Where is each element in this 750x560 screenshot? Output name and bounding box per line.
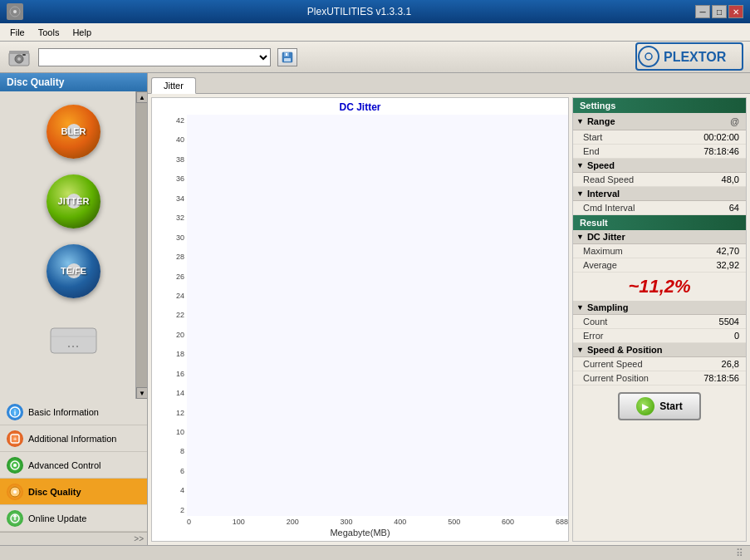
title-bar-title: PlexUTILITIES v1.3.3.1 bbox=[23, 6, 695, 17]
app-icon bbox=[7, 3, 23, 20]
range-arrow: ▼ bbox=[576, 117, 584, 125]
svg-rect-3 bbox=[9, 51, 29, 54]
interval-label: Interval bbox=[587, 189, 620, 199]
range-section[interactable]: ▼ Range @ bbox=[573, 113, 746, 130]
title-bar: PlexUTILITIES v1.3.3.1 ─ □ ✕ bbox=[0, 0, 750, 23]
maximum-row: Maximum 42,70 bbox=[573, 244, 746, 258]
maximum-value: 42,70 bbox=[684, 246, 743, 256]
interval-section[interactable]: ▼ Interval bbox=[573, 187, 746, 201]
disc-icons-area: BLER JITTER TE/FE bbox=[0, 91, 147, 399]
nav-basic-information-label: Basic Information bbox=[28, 407, 99, 417]
nav-online-update-label: Online Update bbox=[28, 513, 86, 523]
nav-disc-quality-label: Disc Quality bbox=[28, 487, 81, 497]
dc-jitter-section[interactable]: ▼ DC Jitter bbox=[573, 230, 746, 244]
scroll-thumb[interactable] bbox=[136, 103, 147, 387]
sidebar-expand-area: >> bbox=[0, 532, 147, 545]
end-label: End bbox=[576, 146, 684, 156]
range-start-row: Start 00:02:00 bbox=[573, 130, 746, 145]
average-label: Average bbox=[576, 260, 684, 270]
svg-point-25 bbox=[13, 490, 17, 494]
plextor-logo-area: PLEXTOR bbox=[635, 42, 743, 72]
nav-additional-information-label: Additional Information bbox=[28, 434, 116, 444]
menu-help[interactable]: Help bbox=[66, 23, 98, 41]
start-value: 00:02:00 bbox=[684, 132, 743, 142]
close-button[interactable]: ✕ bbox=[728, 5, 743, 18]
jitter-percent: ~11,2% bbox=[573, 273, 746, 301]
chart-area: DC Jitter 42 40 38 36 34 32 30 28 26 bbox=[151, 97, 569, 542]
chart-plot-area bbox=[187, 115, 568, 516]
chart-settings-area: DC Jitter 42 40 38 36 34 32 30 28 26 bbox=[148, 94, 750, 545]
svg-rect-9 bbox=[284, 58, 291, 61]
scroll-down-button[interactable]: ▼ bbox=[136, 387, 147, 399]
nav-additional-information[interactable]: + Additional Information bbox=[0, 425, 147, 452]
disc-tefe-label: TE/FE bbox=[61, 266, 86, 276]
sidebar-scrollbar[interactable]: ▲ ▼ bbox=[135, 91, 147, 399]
nav-icon-update bbox=[7, 510, 23, 527]
speed-section[interactable]: ▼ Speed bbox=[573, 159, 746, 173]
nav-icon-advanced bbox=[7, 457, 23, 474]
start-label: Start bbox=[659, 400, 682, 412]
disc-more-item[interactable]: ... bbox=[20, 307, 128, 374]
speed-position-section[interactable]: ▼ Speed & Position bbox=[573, 343, 746, 357]
x-axis: 0 100 200 300 400 500 600 688 bbox=[187, 516, 568, 528]
count-label: Count bbox=[576, 317, 684, 327]
dc-jitter-label: DC Jitter bbox=[587, 232, 625, 242]
speed-arrow: ▼ bbox=[576, 161, 584, 169]
sampling-label: Sampling bbox=[587, 302, 629, 312]
disc-bler-label: BLER bbox=[61, 126, 86, 136]
current-speed-value: 26,8 bbox=[684, 359, 743, 369]
save-button[interactable] bbox=[277, 48, 297, 66]
dc-jitter-arrow: ▼ bbox=[576, 233, 584, 241]
error-row: Error 0 bbox=[573, 329, 746, 343]
disc-jitter-item[interactable]: JITTER bbox=[20, 168, 128, 234]
current-speed-label: Current Speed bbox=[576, 359, 684, 369]
chart-background bbox=[187, 115, 568, 516]
nav-online-update[interactable]: Online Update bbox=[0, 505, 147, 532]
disc-tefe-icon: TE/FE bbox=[47, 244, 100, 298]
disc-tefe-item[interactable]: TE/FE bbox=[20, 238, 128, 304]
nav-advanced-control-label: Advanced Control bbox=[28, 460, 100, 470]
maximize-button[interactable]: □ bbox=[712, 5, 727, 18]
read-speed-label: Read Speed bbox=[576, 174, 684, 184]
status-bar: ⠿ bbox=[0, 545, 750, 560]
menu-tools[interactable]: Tools bbox=[32, 23, 66, 41]
svg-rect-10 bbox=[286, 53, 287, 56]
at-symbol: @ bbox=[727, 115, 743, 128]
current-position-label: Current Position bbox=[576, 373, 684, 383]
svg-point-12 bbox=[639, 47, 659, 66]
drive-select[interactable]: O:PLEXTOR DVDR PX-L890SA 1.07 bbox=[38, 48, 271, 66]
content-area: Jitter DC Jitter 42 40 38 36 34 bbox=[148, 73, 750, 545]
read-speed-value: 48,0 bbox=[684, 174, 743, 184]
nav-basic-information[interactable]: i Basic Information bbox=[0, 399, 147, 425]
svg-point-23 bbox=[13, 464, 17, 467]
svg-point-1 bbox=[13, 10, 17, 13]
tab-jitter[interactable]: Jitter bbox=[151, 77, 196, 94]
chart-x-label: Megabyte(MB) bbox=[152, 528, 568, 541]
error-label: Error bbox=[576, 331, 684, 341]
nav-disc-quality[interactable]: Disc Quality bbox=[0, 479, 147, 505]
start-button[interactable]: ▶ Start bbox=[618, 392, 700, 420]
nav-advanced-control[interactable]: Advanced Control bbox=[0, 452, 147, 479]
cmd-interval-value: 64 bbox=[684, 203, 743, 213]
scroll-up-button[interactable]: ▲ bbox=[136, 91, 147, 103]
range-label: Range bbox=[587, 116, 615, 126]
settings-panel: Settings ▼ Range @ Start 00:02:00 End 78… bbox=[572, 97, 747, 542]
disc-jitter-label: JITTER bbox=[58, 196, 90, 206]
minimize-button[interactable]: ─ bbox=[695, 5, 710, 18]
disc-bler-item[interactable]: BLER bbox=[20, 98, 128, 165]
sampling-section[interactable]: ▼ Sampling bbox=[573, 301, 746, 315]
drive-icon bbox=[7, 45, 32, 70]
interval-arrow: ▼ bbox=[576, 189, 584, 198]
sidebar-expand-button[interactable]: >> bbox=[134, 534, 144, 543]
error-value: 0 bbox=[684, 331, 743, 341]
sidebar: Disc Quality BLER JITTER TE/FE bbox=[0, 73, 148, 545]
menu-file[interactable]: File bbox=[3, 23, 32, 41]
current-position-row: Current Position 78:18:56 bbox=[573, 371, 746, 386]
interval-row: Cmd Interval 64 bbox=[573, 201, 746, 215]
disc-jitter-icon: JITTER bbox=[47, 174, 100, 228]
title-bar-controls: ─ □ ✕ bbox=[695, 5, 743, 18]
svg-point-13 bbox=[645, 53, 652, 60]
result-header: Result bbox=[573, 215, 746, 230]
current-speed-row: Current Speed 26,8 bbox=[573, 357, 746, 371]
start-label: Start bbox=[576, 132, 684, 142]
